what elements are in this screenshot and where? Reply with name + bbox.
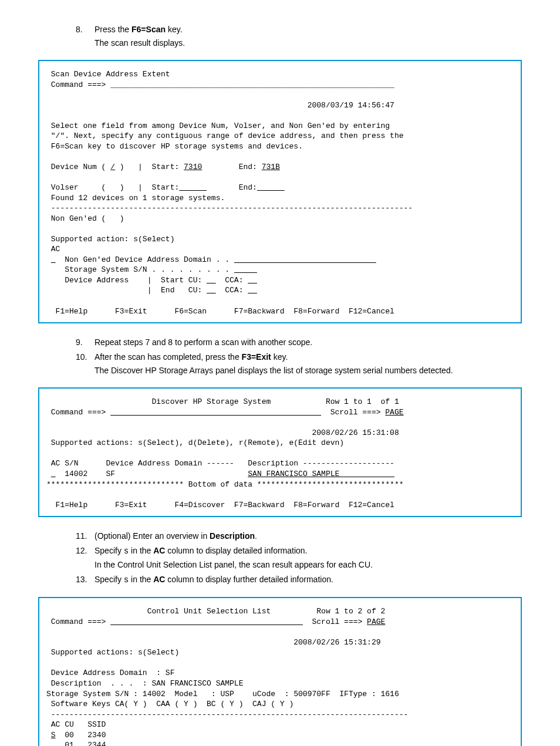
terminal-scan-device-address: Scan Device Address Extent Command ===> … xyxy=(38,60,522,323)
step-text: After the scan has completed, press the … xyxy=(95,352,288,362)
instruction-step: 12.Specify s in the AC column to display… xyxy=(95,545,522,571)
step-number: 13. xyxy=(76,573,87,586)
step-text: Specify s in the AC column to display fu… xyxy=(95,575,333,584)
instruction-step: 13.Specify s in the AC column to display… xyxy=(95,573,522,586)
step-number: 10. xyxy=(76,351,87,363)
step-number: 11. xyxy=(76,530,87,542)
step-text: Press the F6=Scan key. xyxy=(95,25,183,34)
step-text: (Optional) Enter an overview in Descript… xyxy=(95,531,257,541)
instruction-step: 9.Repeat steps 7 and 8 to perform a scan… xyxy=(95,336,522,349)
steps-group-b: 9.Repeat steps 7 and 8 to perform a scan… xyxy=(38,336,522,377)
step-subtext: In the Control Unit Selection List panel… xyxy=(95,559,522,571)
instruction-step: 11.(Optional) Enter an overview in Descr… xyxy=(95,530,522,542)
steps-group-a: 8.Press the F6=Scan key.The scan result … xyxy=(38,23,522,49)
step-subtext: The scan result displays. xyxy=(95,37,522,49)
steps-group-c: 11.(Optional) Enter an overview in Descr… xyxy=(38,530,522,586)
step-subtext: The Discover HP Storage Arrays panel dis… xyxy=(95,364,522,377)
step-number: 12. xyxy=(76,545,87,557)
step-number: 9. xyxy=(76,336,83,349)
step-text: Specify s in the AC column to display de… xyxy=(95,546,308,555)
instruction-step: 10.After the scan has completed, press t… xyxy=(95,351,522,377)
step-text: Repeat steps 7 and 8 to perform a scan w… xyxy=(95,337,312,347)
step-number: 8. xyxy=(76,23,83,36)
terminal-control-unit-selection: Control Unit Selection List Row 1 to 2 o… xyxy=(38,597,522,746)
terminal-discover-storage: Discover HP Storage System Row 1 to 1 of… xyxy=(38,387,522,517)
instruction-step: 8.Press the F6=Scan key.The scan result … xyxy=(95,23,522,49)
